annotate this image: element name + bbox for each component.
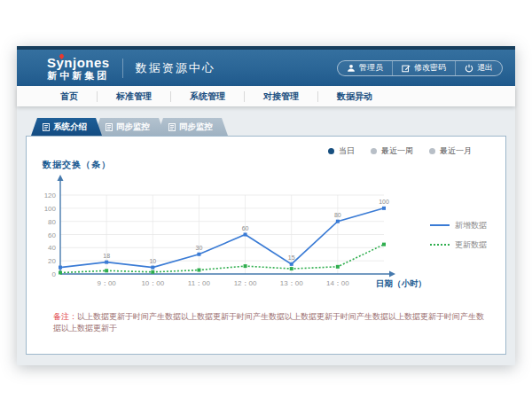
system-intro-panel: 当日最近一周最近一月 数据交换（条） 0204060801001209：0010… (26, 136, 506, 355)
tab-label: 系统介绍 (53, 118, 87, 136)
legend-label: 新增数据 (455, 220, 487, 231)
legend-line-sample (430, 224, 450, 226)
current-user-label: 管理员 (359, 62, 383, 74)
change-password-button[interactable]: 修改密码 (392, 61, 455, 75)
svg-text:20: 20 (48, 257, 56, 265)
time-filter-label: 当日 (339, 145, 355, 157)
tab-label: 同步监控 (179, 118, 213, 136)
nav-item-3[interactable]: 对接管理 (244, 91, 317, 102)
user-icon (347, 64, 356, 73)
nav-item-4[interactable]: 数据异动 (317, 91, 391, 102)
svg-text:18: 18 (103, 253, 110, 259)
company-logo[interactable]: Synjones 新中新集团 (47, 56, 110, 81)
legend-item-0: 新增数据 (430, 220, 504, 231)
svg-text:30: 30 (196, 245, 203, 251)
logout-label: 退出 (477, 62, 493, 74)
user-toolbar: 管理员 修改密码 退出 (337, 60, 503, 76)
svg-text:80: 80 (334, 212, 341, 218)
svg-text:15: 15 (288, 254, 295, 261)
svg-text:11：00: 11：00 (188, 279, 211, 287)
tab-1[interactable]: 同步监控 (94, 118, 165, 136)
svg-text:12：00: 12：00 (234, 279, 257, 287)
nav-item-0[interactable]: 首页 (42, 91, 97, 102)
edit-icon (402, 64, 411, 73)
svg-text:0: 0 (52, 270, 57, 278)
legend-item-1: 更新数据 (430, 239, 504, 251)
change-password-label: 修改密码 (414, 62, 446, 74)
svg-text:120: 120 (44, 192, 57, 200)
svg-text:10：00: 10：00 (141, 279, 164, 287)
time-filter-group: 当日最近一周最近一月 (27, 137, 505, 157)
svg-text:9：00: 9：00 (97, 279, 116, 287)
radio-icon (328, 148, 334, 154)
svg-text:100: 100 (44, 205, 57, 213)
radio-icon (429, 148, 435, 154)
tab-0-active[interactable]: 系统介绍 (31, 118, 102, 136)
tab-bar: 系统介绍同步监控同步监控 (17, 118, 515, 136)
time-filter-2[interactable]: 最近一月 (429, 145, 472, 157)
current-user-button[interactable]: 管理员 (338, 61, 392, 75)
document-icon (106, 123, 113, 131)
chart-legend: 新增数据更新数据 (428, 220, 504, 251)
time-filter-1[interactable]: 最近一周 (371, 145, 413, 157)
svg-text:80: 80 (48, 218, 56, 226)
header-divider (122, 59, 123, 78)
time-filter-0[interactable]: 当日 (328, 145, 355, 157)
chart-region: 0204060801001209：0010：0011：0012：0013：001… (27, 173, 505, 297)
svg-text:10: 10 (149, 258, 156, 264)
brand-group-name: 新中新集团 (47, 71, 110, 81)
svg-text:日期（小时）: 日期（小时） (376, 278, 426, 289)
time-filter-label: 最近一月 (440, 145, 472, 157)
app-title: 数据资源中心 (136, 60, 215, 76)
legend-label: 更新数据 (455, 239, 487, 251)
tab-2[interactable]: 同步监控 (157, 118, 228, 136)
radio-icon (371, 148, 377, 154)
svg-text:14：00: 14：00 (326, 279, 349, 287)
svg-text:13：00: 13：00 (280, 279, 303, 287)
footnote-label: 备注： (53, 312, 77, 321)
app-header: Synjones 新中新集团 数据资源中心 管理员 修改密码 (17, 50, 515, 86)
logout-button[interactable]: 退出 (455, 61, 502, 75)
footnote: 备注：以上数据更新于时间产生数据以上数据更新于时间产生数据以上数据更新于时间产生… (53, 311, 505, 333)
document-icon (168, 123, 176, 131)
footnote-text: 以上数据更新于时间产生数据以上数据更新于时间产生数据以上数据更新于时间产生数据以… (53, 312, 484, 332)
chart-y-axis-title: 数据交换（条） (43, 159, 505, 171)
legend-line-sample (430, 244, 450, 246)
time-filter-label: 最近一周 (381, 145, 413, 157)
nav-item-2[interactable]: 系统管理 (170, 91, 244, 102)
nav-menu: 首页标准管理系统管理对接管理数据异动 (17, 86, 515, 106)
power-icon (465, 64, 473, 73)
content-area: 系统介绍同步监控同步监控 当日最近一周最近一月 数据交换（条） 02040608… (17, 106, 515, 365)
svg-text:100: 100 (379, 199, 389, 205)
document-icon (43, 123, 50, 131)
brand-name: Synjones (47, 56, 110, 69)
svg-text:60: 60 (242, 225, 249, 231)
svg-text:60: 60 (48, 231, 56, 239)
svg-text:40: 40 (48, 244, 56, 252)
tab-label: 同步监控 (116, 118, 150, 136)
app-window: Synjones 新中新集团 数据资源中心 管理员 修改密码 (17, 46, 515, 365)
nav-item-1[interactable]: 标准管理 (97, 91, 170, 102)
exchange-line-chart: 0204060801001209：0010：0011：0012：0013：001… (34, 173, 428, 297)
